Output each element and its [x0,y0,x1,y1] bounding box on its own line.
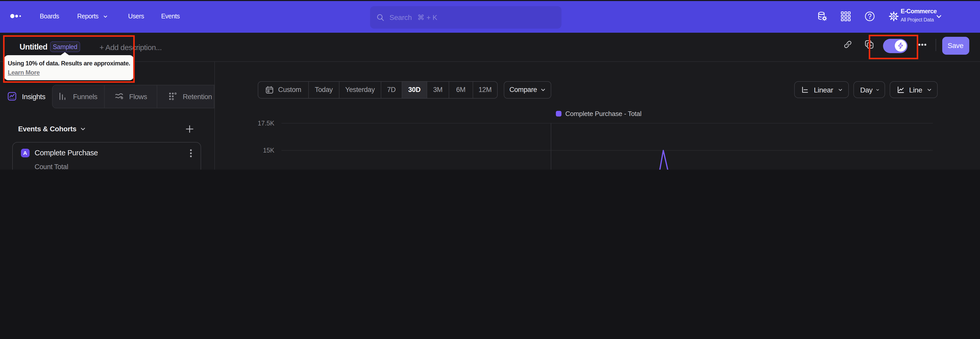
chevron-down-icon [80,126,86,131]
save-button[interactable]: Save [942,37,969,54]
range-30d[interactable]: 30D [402,82,427,98]
compare-label: Compare [509,86,537,94]
legend-swatch [556,111,561,117]
legend-label: Complete Purchase - Total [565,110,641,118]
tab-label: Insights [22,93,45,101]
compare-button[interactable]: Compare [504,81,551,98]
range-label: Today [315,86,333,94]
y-axis-label: 15K [263,147,275,154]
range-label: Yesterday [345,86,375,94]
chart-type-dropdown[interactable]: Line [890,81,938,98]
insights-icon [8,92,16,101]
event-name: Complete Purchase [35,149,98,157]
chevron-down-icon [541,87,546,93]
range-yesterday[interactable]: Yesterday [339,82,381,98]
project-name: E-Commerce [900,7,952,15]
chevron-down-icon [876,87,880,92]
learn-more-link[interactable]: Learn More [8,69,40,76]
range-today[interactable]: Today [309,82,339,98]
granularity-dropdown[interactable]: Day [853,81,885,98]
chevron-down-icon [936,14,942,19]
add-event-button[interactable] [185,125,194,133]
sampling-toggle[interactable] [883,39,907,53]
lightning-bolt-icon [898,43,904,49]
range-3m[interactable]: 3M [427,82,449,98]
range-label: 3M [433,86,442,94]
window-top-edge [0,0,980,1]
line-chart-icon [897,86,904,94]
copy-link-icon[interactable] [843,40,853,49]
range-12m[interactable]: 12M [473,82,497,98]
chevron-down-icon [103,14,108,19]
nav-item-events[interactable]: Events [161,0,180,32]
range-6m[interactable]: 6M [449,82,473,98]
more-options-icon[interactable] [918,43,926,46]
project-switcher[interactable]: E-Commerce All Project Data [900,7,952,28]
granularity-label: Day [860,86,873,94]
scale-dropdown[interactable]: Linear [794,81,849,98]
tab-insights[interactable]: Insights [8,85,45,108]
sampling-tooltip: Using 10% of data. Results are approxima… [4,55,134,80]
mixpanel-logo-icon[interactable] [10,12,22,21]
settings-gear-icon[interactable] [888,11,899,21]
range-custom[interactable]: Custom [259,82,309,98]
tab-flows[interactable]: Flows [115,85,147,108]
tab-label: Retention [183,93,212,101]
range-label: 12M [479,86,492,94]
y-axis-label: 17.5K [258,120,275,127]
tooltip-caret [60,52,68,55]
toggle-knob [895,40,907,52]
series-line-complete-purchase[interactable] [282,150,933,170]
event-metric[interactable]: Count Total [35,163,68,170]
events-cohorts-header[interactable]: Events & Cohorts [18,124,86,133]
tab-label: Flows [129,93,147,101]
tab-retention[interactable]: Retention [169,85,212,108]
app-window: BoardsReportsUsersEvents Search ⌘ + K [0,0,980,170]
range-label: Custom [278,86,301,94]
chart-legend[interactable]: Complete Purchase - Total [556,110,641,118]
tab-separator [104,85,104,108]
search-icon [377,14,384,21]
range-label: 7D [387,86,396,94]
data-management-icon[interactable] [817,11,827,21]
chevron-down-icon [838,87,843,92]
linear-scale-icon [802,86,809,94]
nav-item-label: Boards [40,13,59,20]
calendar-icon [266,86,274,94]
event-row-card[interactable]: A Complete Purchase Count Total [12,142,201,170]
tooltip-text: Using 10% of data. Results are approxima… [8,59,130,67]
retention-icon [169,92,177,101]
date-range-group: CustomTodayYesterday7D30D3M6M12M [258,81,498,98]
range-label: 30D [408,86,420,94]
duplicate-icon[interactable] [864,40,873,49]
nav-item-label: Reports [77,13,98,20]
top-navigation-bar: BoardsReportsUsersEvents Search ⌘ + K [0,0,980,32]
event-options-kebab-icon[interactable] [190,149,192,157]
nav-item-users[interactable]: Users [128,0,144,32]
apps-grid-icon[interactable] [840,11,851,21]
nav-item-boards[interactable]: Boards [40,0,59,32]
nav-item-label: Events [161,13,180,20]
tab-funnels[interactable]: Funnels [59,85,97,108]
range-label: 6M [456,86,466,94]
events-cohorts-label: Events & Cohorts [18,125,76,133]
search-input[interactable]: Search ⌘ + K [370,6,562,29]
flows-icon [115,92,124,101]
nav-item-label: Users [128,13,144,20]
tab-label: Funnels [73,93,97,101]
search-placeholder: Search [390,13,412,21]
tab-separator [156,85,157,108]
nav-item-reports[interactable]: Reports [77,0,107,32]
help-icon[interactable] [864,11,875,21]
chevron-down-icon [927,87,932,92]
funnels-icon [59,92,67,101]
range-7d[interactable]: 7D [381,82,402,98]
scale-label: Linear [814,86,833,94]
event-letter-badge: A [21,149,29,157]
chart-type-label: Line [909,86,922,94]
sampled-badge[interactable]: Sampled [50,42,80,52]
project-scope: All Project Data [900,17,952,23]
header-actions-divider [935,38,936,51]
panel-divider [215,61,215,170]
search-shortcut: ⌘ + K [417,13,438,21]
